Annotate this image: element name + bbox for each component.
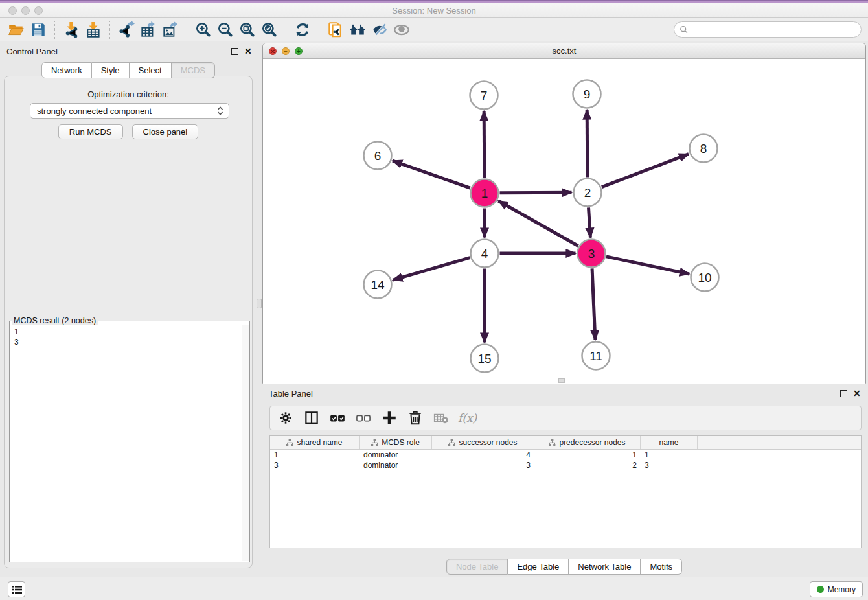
float-panel-icon[interactable] <box>231 48 238 55</box>
zoom-in-icon[interactable] <box>192 20 214 40</box>
zoom-out-icon[interactable] <box>214 20 236 40</box>
graph-node-7[interactable]: 7 <box>470 82 498 110</box>
graph-node-2[interactable]: 2 <box>574 179 602 207</box>
add-column-icon[interactable] <box>380 408 398 428</box>
graph-node-10[interactable]: 10 <box>691 264 719 292</box>
divider <box>262 555 866 555</box>
cell-shared-name[interactable]: 1 <box>270 450 360 460</box>
graph-edge-1-2[interactable] <box>499 192 571 193</box>
tab-motifs[interactable]: Motifs <box>641 559 682 575</box>
graph-node-1[interactable]: 1 <box>471 179 499 207</box>
node-table-header: shared nameMCDS rolesuccessor nodesprede… <box>270 436 861 450</box>
status-bar: Memory <box>0 577 868 600</box>
cell-predecessor-nodes[interactable]: 1 <box>534 450 641 460</box>
search-input[interactable] <box>689 25 861 34</box>
graph-node-3[interactable]: 3 <box>578 240 606 268</box>
network-graph[interactable]: 1234678910111415 <box>263 59 865 384</box>
graph-node-14[interactable]: 14 <box>364 271 392 299</box>
control-panel-title: Control Panel <box>6 47 58 56</box>
column-header-name[interactable]: name <box>641 436 698 449</box>
graphics-details-icon[interactable] <box>369 20 391 40</box>
table-row[interactable]: 1dominator411 <box>270 450 861 460</box>
splitter-handle[interactable] <box>257 299 262 308</box>
function-builder-icon[interactable]: f(x) <box>458 411 477 424</box>
network-canvas[interactable]: 1234678910111415 <box>263 59 865 384</box>
apply-layout-icon[interactable] <box>291 20 314 40</box>
close-panel-icon[interactable]: ✕ <box>244 48 252 55</box>
tab-mcds[interactable]: MCDS <box>172 62 215 78</box>
search-field[interactable] <box>674 21 862 38</box>
export-table-icon[interactable] <box>137 20 159 40</box>
import-network-icon[interactable] <box>60 20 82 40</box>
svg-text:1: 1 <box>481 187 488 200</box>
task-history-button[interactable] <box>8 581 25 597</box>
memory-button[interactable]: Memory <box>810 581 863 597</box>
horizontal-scroll-thumb[interactable] <box>558 378 565 383</box>
cell-successor-nodes[interactable]: 3 <box>432 460 534 470</box>
mcds-result-text[interactable]: 1 3 <box>10 325 242 561</box>
mcds-result-box: MCDS result (2 nodes) 1 3 <box>9 316 250 562</box>
import-table-icon[interactable] <box>82 20 104 40</box>
graph-node-11[interactable]: 11 <box>582 342 610 370</box>
cell-name[interactable]: 1 <box>641 450 698 460</box>
export-network-icon[interactable] <box>115 20 137 40</box>
column-settings-icon[interactable] <box>277 408 295 428</box>
toolbar-separator <box>286 21 286 39</box>
result-scrollbar[interactable] <box>242 325 249 561</box>
close-panel-button[interactable]: Close panel <box>132 124 199 139</box>
tab-style[interactable]: Style <box>92 62 130 78</box>
tab-edge-table[interactable]: Edge Table <box>508 559 569 575</box>
delete-table-icon[interactable] <box>432 408 450 428</box>
graph-node-9[interactable]: 9 <box>573 80 601 108</box>
column-header-successor-nodes[interactable]: successor nodes <box>432 436 534 449</box>
close-table-panel-icon[interactable]: ✕ <box>853 390 861 397</box>
graph-node-8[interactable]: 8 <box>690 135 718 163</box>
graph-edge-1-7[interactable] <box>484 111 485 178</box>
cell-successor-nodes[interactable]: 4 <box>432 450 534 460</box>
graph-edge-2-9[interactable] <box>587 110 588 177</box>
cell-name[interactable]: 3 <box>641 460 698 470</box>
graph-node-4[interactable]: 4 <box>471 240 499 268</box>
birds-eye-view-icon[interactable] <box>391 20 413 40</box>
clone-network-icon[interactable] <box>325 20 347 40</box>
network-window-titlebar[interactable]: ✕ − + scc.txt <box>263 43 865 59</box>
graph-edge-3-11[interactable] <box>592 268 595 340</box>
cell-mcds-role[interactable]: dominator <box>360 450 432 460</box>
memory-status-dot <box>817 586 824 593</box>
tab-node-table[interactable]: Node Table <box>446 559 508 575</box>
table-row[interactable]: 3dominator323 <box>270 460 861 470</box>
float-table-panel-icon[interactable] <box>840 390 847 397</box>
graph-edge-3-10[interactable] <box>606 257 689 274</box>
select-all-columns-icon[interactable] <box>328 408 347 428</box>
cell-predecessor-nodes[interactable]: 2 <box>534 460 641 470</box>
criterion-select[interactable]: strongly connected component <box>30 103 229 119</box>
cell-shared-name[interactable]: 3 <box>270 460 360 470</box>
svg-text:11: 11 <box>589 349 602 363</box>
select-arrows-icon <box>217 106 223 115</box>
graph-edge-3-1[interactable] <box>498 201 578 246</box>
export-image-icon[interactable] <box>159 20 181 40</box>
column-header-mcds-role[interactable]: MCDS role <box>360 436 432 449</box>
tab-network-table[interactable]: Network Table <box>569 559 641 575</box>
deselect-all-columns-icon[interactable] <box>354 408 372 428</box>
open-session-icon[interactable] <box>5 20 27 40</box>
column-header-shared-name[interactable]: shared name <box>270 436 360 449</box>
zoom-selected-icon[interactable] <box>258 20 280 40</box>
graph-edge-2-3[interactable] <box>588 207 590 237</box>
toggle-panel-mode-icon[interactable] <box>303 408 321 428</box>
run-mcds-button[interactable]: Run MCDS <box>58 124 123 139</box>
graph-edge-4-14[interactable] <box>393 258 470 281</box>
column-header-predecessor-nodes[interactable]: predecessor nodes <box>534 436 641 449</box>
graph-edge-1-6[interactable] <box>393 161 470 188</box>
delete-column-icon[interactable] <box>406 408 424 428</box>
zoom-fit-icon[interactable] <box>236 20 258 40</box>
graph-node-6[interactable]: 6 <box>364 142 392 170</box>
graph-node-15[interactable]: 15 <box>471 345 499 373</box>
svg-text:9: 9 <box>584 87 591 101</box>
save-session-icon[interactable] <box>27 20 49 40</box>
tab-select[interactable]: Select <box>130 62 172 78</box>
graph-edge-2-8[interactable] <box>602 154 689 187</box>
network-browser-icon[interactable] <box>347 20 369 40</box>
cell-mcds-role[interactable]: dominator <box>360 460 432 470</box>
tab-network[interactable]: Network <box>41 62 92 78</box>
